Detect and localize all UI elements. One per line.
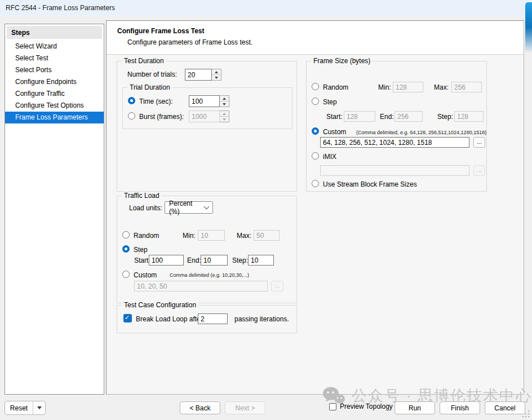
traffic-load-custom-radio[interactable] (122, 271, 130, 278)
spin-up-icon (220, 111, 229, 116)
time-spinner[interactable] (220, 95, 229, 107)
resize-grip-icon[interactable] (522, 410, 529, 417)
frame-size-step-size-field: 128 (454, 111, 484, 122)
sidebar-item-select-test[interactable]: Select Test (5, 52, 104, 64)
reset-dropdown-arrow-icon[interactable] (33, 401, 45, 414)
traffic-load-max-field: 50 (254, 230, 280, 241)
traffic-load-group-label: Traffic Load (122, 192, 162, 200)
load-units-dropdown[interactable]: Percent (%) (165, 201, 213, 214)
frame-size-max-label: Max: (434, 83, 449, 91)
sidebar-item-frame-loss-parameters[interactable]: Frame Loss Parameters (5, 112, 104, 123)
frame-size-group-label: Frame Size (bytes) (311, 57, 373, 65)
background-window-edge-fade (525, 27, 532, 53)
traffic-load-random-radio[interactable] (122, 231, 130, 238)
traffic-load-end-label: End: (187, 257, 201, 264)
wizard-page-header: Configure Frame Loss Test Configure para… (107, 21, 524, 55)
traffic-load-end-field[interactable]: 10 (201, 255, 228, 266)
frame-size-random-radio[interactable] (312, 83, 319, 90)
time-radio[interactable] (128, 97, 135, 104)
sidebar-item-select-ports[interactable]: Select Ports (5, 64, 104, 76)
reset-split-button[interactable]: Reset (5, 401, 46, 415)
sidebar-item-select-wizard[interactable]: Select Wizard (5, 41, 104, 52)
burst-spinner (220, 110, 229, 122)
test-case-configuration-group-label: Test Case Configuration (122, 301, 198, 309)
burst-field: 1000 (189, 110, 229, 122)
frame-size-custom-radio[interactable] (312, 127, 319, 135)
test-duration-group-label: Test Duration (122, 57, 166, 65)
preview-topology-option[interactable]: Preview Topology (329, 403, 393, 410)
time-field[interactable]: 100 (189, 95, 229, 107)
traffic-load-custom-field: 10, 20, 50 (134, 281, 268, 291)
break-load-loop-checkbox[interactable] (123, 314, 132, 322)
title-bar: RFC 2544 - Frame Loss Parameters (0, 0, 532, 16)
load-units-label: Load units: (129, 204, 162, 212)
imix-radio[interactable] (312, 152, 319, 160)
frame-size-end-field: 256 (394, 111, 423, 122)
frame-size-end-label: End: (380, 113, 394, 121)
test-duration-group: Test Duration Number of trials: 20 Trial… (117, 61, 297, 192)
time-value[interactable]: 100 (189, 95, 220, 107)
traffic-load-step-size-field[interactable]: 10 (248, 255, 274, 266)
spin-down-icon[interactable] (220, 101, 229, 107)
burst-radio[interactable] (128, 112, 135, 120)
test-case-configuration-group: Test Case Configuration Break Load Loop … (117, 305, 297, 333)
frame-size-step-size-label: Step: (437, 113, 453, 121)
imix-field (320, 165, 469, 176)
traffic-load-step-label: Step (134, 246, 148, 254)
page-subtitle: Configure parameters of Frame Loss test. (127, 38, 252, 46)
burst-value: 1000 (189, 110, 220, 122)
spin-down-icon (220, 116, 229, 122)
traffic-load-custom-hint: Comma delimited (e.g. 10,20,30,...) (170, 272, 249, 278)
run-button[interactable]: Run (394, 401, 435, 414)
background-window-edge (525, 2, 532, 27)
frame-size-min-field: 128 (393, 82, 423, 92)
traffic-load-max-label: Max: (237, 232, 251, 240)
traffic-load-custom-browse-button: ... (271, 281, 283, 291)
frame-size-custom-field[interactable]: 64, 128, 256, 512, 1024, 1280, 1518 (320, 137, 469, 148)
frame-size-start-label: Start: (326, 113, 343, 121)
traffic-load-step-size-label: Step: (232, 257, 248, 264)
chevron-down-icon (204, 204, 210, 210)
traffic-load-start-field[interactable]: 100 (149, 255, 184, 266)
traffic-load-custom-label: Custom (134, 271, 157, 279)
frame-size-min-label: Min: (378, 83, 391, 91)
spin-up-icon[interactable] (220, 96, 229, 101)
frame-size-custom-browse-button[interactable]: ... (473, 137, 485, 148)
traffic-load-step-radio[interactable] (122, 245, 130, 253)
traffic-load-start-label: Start: (134, 257, 150, 264)
preview-topology-checkbox[interactable] (329, 403, 336, 410)
frame-size-max-field: 256 (451, 82, 482, 92)
burst-radio-label: Burst (frames): (139, 113, 184, 121)
imix-radio-label: iMIX (323, 153, 336, 161)
frame-size-step-radio[interactable] (312, 98, 319, 105)
finish-button[interactable]: Finish (440, 401, 480, 414)
cancel-button[interactable]: Cancel (485, 401, 525, 414)
imix-browse-button: ... (473, 165, 485, 176)
reset-button[interactable]: Reset (5, 401, 33, 414)
stream-block-radio-label: Use Stream Block Frame Sizes (323, 180, 417, 188)
main-panel: Configure Frame Loss Test Configure para… (106, 20, 524, 395)
sidebar-item-configure-endpoints[interactable]: Configure Endpoints (5, 76, 104, 88)
steps-header: Steps (7, 26, 102, 39)
number-of-trials-label: Number of trials: (127, 70, 177, 78)
trial-duration-group-label: Trial Duration (127, 83, 172, 91)
number-of-trials-spinner[interactable] (212, 69, 221, 81)
frame-size-custom-hint: (Comma delimited, e.g. 64,128, 256,512,1… (356, 130, 486, 135)
frame-size-custom-label: Custom (323, 128, 346, 136)
spin-up-icon[interactable] (212, 69, 221, 74)
window-title: RFC 2544 - Frame Loss Parameters (6, 4, 115, 12)
sidebar-item-configure-traffic[interactable]: Configure Traffic (5, 88, 104, 100)
number-of-trials-value[interactable]: 20 (185, 69, 212, 81)
frame-size-random-label: Random (323, 83, 348, 91)
next-button: Next > (225, 401, 265, 414)
sidebar-item-configure-test-options[interactable]: Configure Test Options (5, 100, 104, 112)
traffic-load-random-label: Random (134, 232, 159, 240)
spin-down-icon[interactable] (212, 74, 221, 80)
back-button[interactable]: < Back (180, 401, 220, 414)
number-of-trials-field[interactable]: 20 (185, 69, 221, 81)
steps-sidebar: Steps Select Wizard Select Test Select P… (5, 24, 104, 395)
break-load-loop-label: Break Load Loop after (136, 315, 203, 323)
traffic-load-min-label: Min: (183, 232, 196, 240)
break-load-loop-field[interactable]: 2 (198, 313, 228, 324)
stream-block-radio[interactable] (312, 180, 319, 187)
